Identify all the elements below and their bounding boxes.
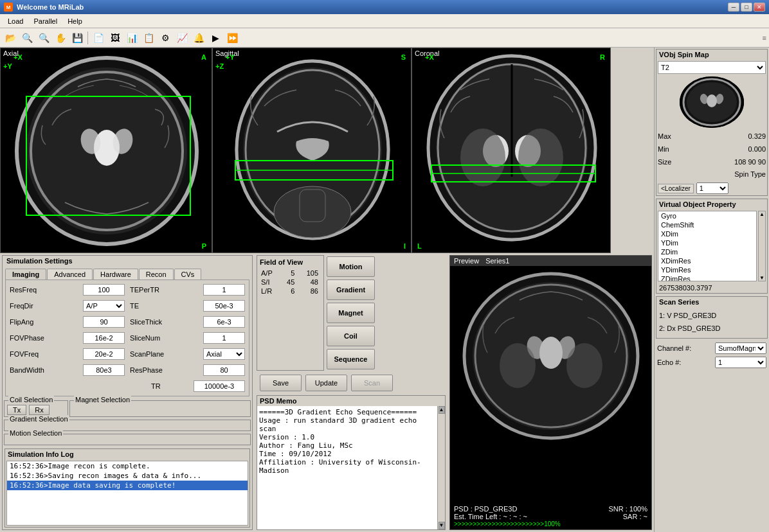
tr-input[interactable] [194, 380, 245, 392]
menu-bar: Load Parallel Help [0, 14, 769, 28]
vop-scroll-down[interactable]: ▼ [759, 275, 764, 281]
vop-list[interactable]: Gyro ChemShift XDim YDim ZDim XDimRes YD… [658, 211, 757, 281]
sagittal-panel[interactable]: Sagittal +Y +Z S I [212, 48, 412, 253]
bandwidth-input[interactable] [83, 364, 125, 376]
tx-button[interactable]: Tx [7, 405, 26, 415]
fov-ap-label: A/P [260, 269, 279, 278]
psd-scroll-down[interactable]: ▼ [439, 522, 445, 529]
spin-type-row: <Localizer 12 [658, 182, 766, 194]
maximize-button[interactable]: □ [741, 3, 752, 12]
log-line-1: 16:52:36>Saving recon images & data & in… [7, 471, 248, 481]
tab-cvs[interactable]: CVs [174, 269, 202, 279]
magnet-button[interactable]: Magnet [327, 303, 375, 323]
vop-ydimres[interactable]: YDimRes [658, 265, 756, 274]
gradient-button[interactable]: Gradient [327, 279, 375, 300]
motion-button[interactable]: Motion [327, 256, 375, 277]
fov-actions-row: Field of View A/P 5 105 S/I 45 48 [255, 253, 448, 373]
vobj-max-label: Max [658, 130, 671, 143]
coronal-brain-svg [412, 48, 611, 253]
vobj-title: VObj Spin Map [656, 49, 767, 60]
resphase-input[interactable] [203, 364, 245, 376]
vop-zdim[interactable]: ZDim [658, 247, 756, 256]
menu-help[interactable]: Help [62, 16, 87, 26]
resphase-row: ResPhase [130, 364, 245, 376]
svg-point-44 [707, 94, 717, 107]
vobj-type-select[interactable]: T2T1PD [658, 61, 766, 74]
vop-chemshift[interactable]: ChemShift [658, 220, 756, 229]
vop-scrollbar[interactable]: ▲ ▼ [758, 211, 766, 281]
freqdir-select[interactable]: A/PS/IL/R [83, 300, 125, 312]
toolbar-fast-forward[interactable]: ⏩ [224, 31, 240, 45]
selection-groups-3: Motion Selection [3, 432, 252, 447]
toolbar-chart[interactable]: 📊 [124, 31, 140, 45]
toolbar-new[interactable]: 📄 [91, 31, 106, 45]
menu-parallel[interactable]: Parallel [28, 16, 62, 26]
toolbar-pan[interactable]: ✋ [53, 31, 68, 45]
scan-series-item-0[interactable]: 1: V PSD_GRE3D [659, 310, 764, 323]
sagittal-plusz: +Z [215, 62, 224, 70]
axial-panel[interactable]: Axial +X +Y A P [0, 48, 212, 253]
menu-load[interactable]: Load [3, 16, 28, 26]
toolbar-open[interactable]: 📂 [3, 31, 18, 45]
scanplane-select[interactable]: AxialSagittalCoronal [203, 348, 245, 360]
fov-lr-label: L/R [260, 287, 279, 296]
update-button[interactable]: Update [305, 375, 347, 391]
channel-select[interactable]: SumofMagnMagnitude [715, 342, 766, 354]
toolbar-alert[interactable]: 🔔 [191, 31, 206, 45]
toolbar-save[interactable]: 💾 [69, 31, 85, 45]
vop-ydim[interactable]: YDim [658, 238, 756, 247]
flipang-input[interactable] [83, 316, 125, 328]
tab-advanced[interactable]: Advanced [47, 269, 93, 279]
main-content: Axial +X +Y A P [0, 48, 769, 532]
fovfreq-input[interactable] [83, 348, 125, 360]
resfreq-input[interactable] [83, 284, 125, 296]
close-button[interactable]: ✕ [754, 3, 765, 12]
spin-type-select[interactable]: 12 [696, 182, 728, 194]
psd-memo-title: PSD Memo [257, 396, 445, 406]
fovphase-row: FOVPhase [10, 332, 125, 344]
scanplane-row: ScanPlane AxialSagittalCoronal [130, 348, 245, 360]
scan-series-item-1[interactable]: 2: Dx PSD_GRE3D [659, 323, 764, 335]
coronal-panel[interactable]: Coronal +X R L [412, 48, 611, 253]
toolbar-zoom-in[interactable]: 🔍 [19, 31, 35, 45]
action-buttons: Motion Gradient Magnet Coil Sequence [325, 255, 376, 371]
log-content[interactable]: 16:52:36>Image recon is complete. 16:52:… [6, 461, 248, 526]
fovphase-input[interactable] [83, 332, 125, 344]
tab-hardware[interactable]: Hardware [93, 269, 138, 279]
toolbar-signal[interactable]: 📈 [174, 31, 190, 45]
tab-imaging[interactable]: Imaging [5, 269, 46, 279]
toolbar-image[interactable]: 🖼 [107, 31, 123, 45]
toolbar-play[interactable]: ▶ [208, 31, 223, 45]
sequence-button[interactable]: Sequence [327, 349, 375, 369]
scan-button[interactable]: Scan [351, 375, 393, 391]
vop-gyro[interactable]: Gyro [658, 211, 756, 220]
toolbar-zoom-out[interactable]: 🔍 [36, 31, 51, 45]
te-input[interactable] [203, 300, 245, 312]
save-button[interactable]: Save [260, 375, 302, 391]
echo-select[interactable]: 12 [715, 357, 766, 368]
bottom-section: Simulation Settings Imaging Advanced Har… [0, 253, 654, 532]
vop-xdimres[interactable]: XDimRes [658, 256, 756, 265]
toolbar-settings[interactable]: ⚙ [158, 31, 173, 45]
psd-memo-textarea[interactable]: ======3D Gradient Echo Sequence====== Us… [257, 406, 437, 529]
rx-button[interactable]: Rx [29, 405, 49, 415]
vop-zdimres[interactable]: ZDimRes [658, 274, 756, 281]
simulation-settings: Simulation Settings Imaging Advanced Har… [2, 255, 253, 530]
minimize-button[interactable]: ─ [728, 3, 739, 12]
localizer-button[interactable]: <Localizer [658, 184, 694, 193]
mri-views-row: Axial +X +Y A P [0, 48, 654, 253]
psd-scroll-up[interactable]: ▲ [439, 406, 445, 414]
slicenum-input[interactable] [203, 332, 245, 344]
toolbar-clipboard[interactable]: 📋 [141, 31, 156, 45]
tab-recon[interactable]: Recon [139, 269, 174, 279]
resfreq-label: ResFreq [10, 286, 48, 294]
psd-scrollbar[interactable]: ▲ ▼ [437, 406, 445, 529]
tepertr-input[interactable] [203, 284, 245, 296]
settings-tabs: Imaging Advanced Hardware Recon CVs [5, 269, 249, 279]
vop-xdim[interactable]: XDim [658, 229, 756, 238]
vop-scroll-up[interactable]: ▲ [759, 211, 764, 217]
slicethick-input[interactable] [203, 316, 245, 328]
resphase-label: ResPhase [130, 366, 168, 374]
sagittal-i: I [404, 242, 406, 250]
coil-button[interactable]: Coil [327, 326, 375, 346]
